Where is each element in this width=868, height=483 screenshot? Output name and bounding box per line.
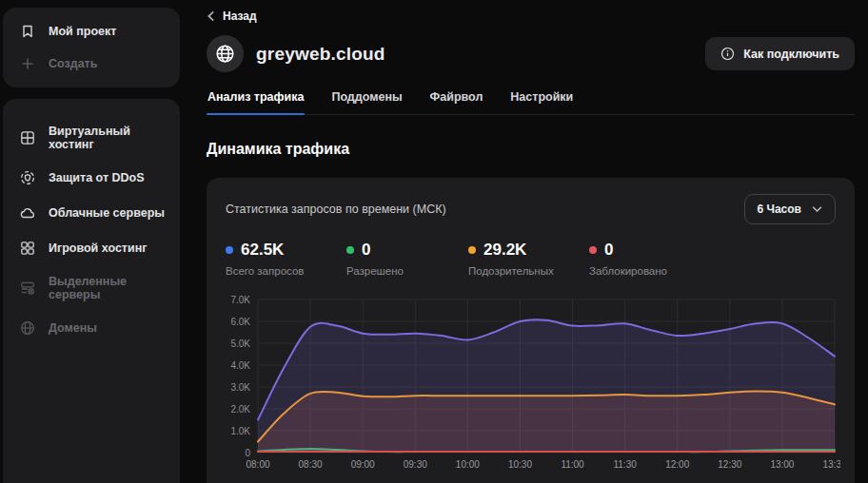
domain-header: greyweb.cloud Как подключить: [207, 35, 855, 72]
sidebar-item-cloud-servers[interactable]: Облачные серверы: [3, 197, 180, 229]
y-axis-label: 6.0K: [230, 317, 250, 327]
sidebar-item-ddos-protection[interactable]: Защита от DDoS: [3, 162, 180, 194]
sidebar-item-label: Облачные серверы: [49, 206, 165, 220]
sidebar-item-label: Мой проект: [49, 25, 116, 38]
globe-icon: [215, 44, 235, 64]
stat-total-requests: 62.5K Всего запросов: [226, 241, 346, 277]
stat-blocked: 0 Заблокировано: [589, 241, 836, 277]
x-axis-label: 09:00: [351, 459, 375, 470]
stat-label: Всего запросов: [226, 265, 346, 277]
x-axis-label: 11:00: [561, 459, 584, 470]
how-to-connect-button[interactable]: Как подключить: [705, 37, 855, 70]
stat-dot-total: [226, 246, 233, 254]
plus-icon: [19, 55, 36, 72]
tab-firewall[interactable]: Файрвол: [429, 90, 484, 114]
ddos-shield-icon: [19, 169, 36, 186]
sidebar-item-label: Создать: [49, 57, 97, 70]
sidebar-item-virtual-hosting[interactable]: Виртуальный хостинг: [3, 117, 180, 159]
stat-label: Разрешено: [346, 265, 468, 277]
sidebar-item-create[interactable]: Создать: [3, 48, 180, 80]
avatar: [207, 35, 244, 72]
project-card: Мой проект Создать: [3, 8, 180, 87]
y-axis-label: 7.0K: [230, 295, 250, 305]
series-area: [258, 392, 835, 453]
stat-dot-allowed: [346, 246, 354, 254]
chevron-down-icon: [812, 205, 822, 213]
sidebar-item-label: Защита от DDoS: [49, 171, 145, 184]
x-axis-label: 08:00: [246, 459, 269, 470]
tab-bar: Анализ трафика Поддомены Файрвол Настрой…: [207, 90, 855, 115]
x-axis-label: 12:00: [665, 459, 689, 470]
sidebar-item-game-hosting[interactable]: Игровой хостинг: [3, 232, 180, 264]
y-axis-label: 1.0K: [230, 426, 250, 436]
traffic-chart: 01.0K2.0K3.0K4.0K5.0K6.0K7.0K08:0008:300…: [226, 291, 836, 483]
chevron-left-icon: [207, 10, 216, 22]
game-grid-icon: [19, 240, 36, 257]
stat-allowed: 0 Разрешено: [346, 241, 468, 277]
tab-subdomains[interactable]: Поддомены: [330, 90, 403, 114]
stat-dot-suspicious: [468, 246, 476, 254]
y-axis-label: 5.0K: [230, 338, 250, 349]
how-to-connect-label: Как подключить: [743, 48, 839, 61]
x-axis-label: 13:30: [822, 459, 840, 470]
section-title: Динамика трафика: [207, 141, 855, 158]
back-label: Назад: [223, 10, 257, 23]
x-axis-label: 11:30: [613, 459, 637, 470]
x-axis-label: 10:00: [456, 459, 480, 470]
tab-settings[interactable]: Настройки: [509, 90, 574, 114]
stat-value: 0: [362, 241, 370, 260]
bookmark-icon: [19, 23, 36, 40]
x-axis-label: 09:30: [404, 459, 427, 470]
x-axis-label: 08:30: [299, 459, 323, 470]
time-range-value: 6 Часов: [758, 203, 802, 216]
stat-label: Заблокировано: [589, 265, 836, 277]
y-axis-label: 3.0K: [230, 382, 250, 393]
main-content: Назад greyweb.cloud Как подключить Анали…: [186, 0, 868, 483]
stats-row: 62.5K Всего запросов 0 Разрешено 29.2K П…: [226, 241, 836, 277]
stat-dot-blocked: [589, 246, 597, 254]
navigation-card: Виртуальный хостинг Защита от DDoS Облач…: [3, 99, 180, 483]
sidebar-item-dedicated-servers[interactable]: Выделенные серверы: [3, 267, 180, 309]
panel-subtitle: Статистика запросов по времени (МСК): [226, 203, 446, 216]
y-axis-label: 0: [245, 448, 250, 458]
stat-value: 29.2K: [483, 241, 526, 260]
server-gear-icon: [19, 280, 36, 297]
stat-value: 62.5K: [241, 241, 284, 260]
sidebar-item-label: Игровой хостинг: [49, 242, 147, 255]
stat-label: Подозрительных: [468, 265, 589, 277]
stat-suspicious: 29.2K Подозрительных: [468, 241, 589, 277]
page-title: greyweb.cloud: [256, 44, 385, 65]
info-icon: [720, 47, 735, 61]
panel-header: Статистика запросов по времени (МСК) 6 Ч…: [226, 194, 836, 224]
sidebar: Мой проект Создать Виртуальный хостинг З…: [0, 0, 186, 483]
traffic-stats-panel: Статистика запросов по времени (МСК) 6 Ч…: [207, 178, 855, 483]
traffic-chart-svg: 01.0K2.0K3.0K4.0K5.0K6.0K7.0K08:0008:300…: [226, 291, 840, 479]
stat-value: 0: [604, 241, 613, 260]
sidebar-item-label: Домены: [49, 321, 97, 335]
cloud-icon: [19, 204, 36, 222]
x-axis-label: 10:30: [508, 459, 532, 470]
tab-traffic-analysis[interactable]: Анализ трафика: [207, 90, 305, 114]
sidebar-item-label: Выделенные серверы: [49, 275, 167, 301]
y-axis-label: 2.0K: [230, 404, 250, 415]
y-axis-label: 4.0K: [230, 360, 250, 371]
sidebar-item-domains[interactable]: Домены: [3, 312, 180, 344]
grid-icon: [19, 129, 36, 146]
x-axis-label: 12:30: [718, 459, 741, 470]
time-range-dropdown[interactable]: 6 Часов: [744, 194, 837, 224]
x-axis-label: 13:00: [770, 459, 794, 470]
globe-icon: [19, 319, 36, 337]
sidebar-item-label: Виртуальный хостинг: [49, 125, 167, 151]
sidebar-item-my-project[interactable]: Мой проект: [3, 15, 180, 48]
back-link[interactable]: Назад: [207, 10, 257, 23]
